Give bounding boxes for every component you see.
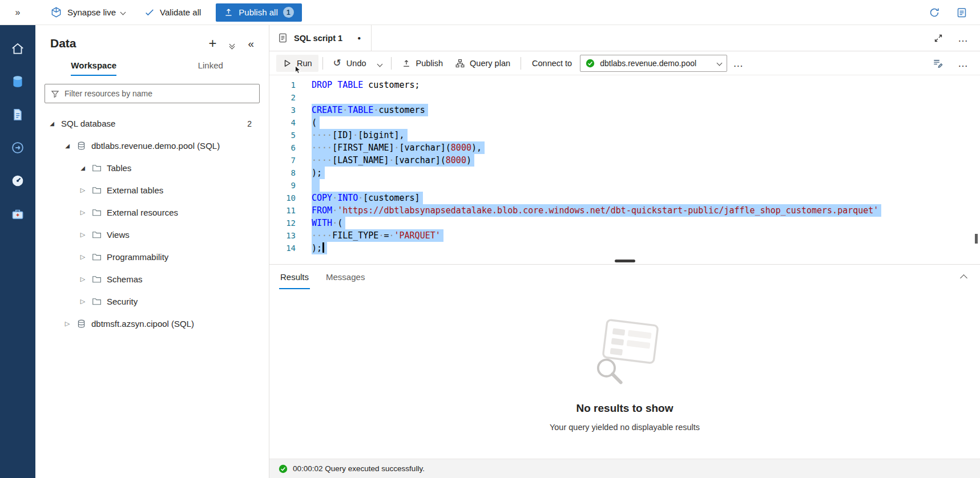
- tree-item[interactable]: ▷Security: [35, 290, 269, 313]
- tree-item[interactable]: ▷dbtmsft.azsyn.cipool (SQL): [35, 313, 269, 335]
- notifications-button[interactable]: [956, 7, 967, 18]
- tree-item[interactable]: ▷Programmability: [35, 246, 269, 268]
- code-line[interactable]: 10COPY·INTO·[customers]: [269, 192, 980, 204]
- expanded-twisty-icon[interactable]: ◢: [47, 120, 57, 127]
- rail-item-manage[interactable]: [0, 197, 35, 230]
- tab-messages[interactable]: Messages: [317, 265, 373, 290]
- publish-count-badge: 1: [283, 7, 294, 18]
- rail-item-home[interactable]: [0, 32, 35, 65]
- expanded-twisty-icon[interactable]: ◢: [78, 165, 88, 171]
- code-line-content: );: [312, 167, 322, 179]
- line-number: 5: [269, 129, 296, 141]
- scrollbar-thumb[interactable]: [975, 234, 978, 244]
- tree-item-count: 2: [247, 119, 252, 128]
- code-token: FROM: [312, 205, 332, 216]
- filter-resources-input[interactable]: [64, 89, 253, 98]
- collapse-panel-button[interactable]: «: [248, 38, 254, 49]
- app-body: Data + « Workspace Linked ◢SQL database2…: [0, 25, 980, 478]
- collapsed-twisty-icon[interactable]: ▷: [78, 253, 88, 261]
- panel-resize-sash[interactable]: [269, 259, 980, 265]
- validate-all-button[interactable]: Validate all: [139, 4, 207, 21]
- code-line[interactable]: 12WITH·(: [269, 217, 980, 229]
- connected-check-icon: [586, 59, 595, 68]
- collapsed-twisty-icon[interactable]: ▷: [78, 298, 88, 305]
- code-line[interactable]: 1DROP TABLE customers;: [269, 79, 980, 91]
- folder-icon: [92, 252, 102, 262]
- database-icon: [76, 319, 86, 329]
- tab-workspace[interactable]: Workspace: [35, 55, 152, 76]
- expand-editor-button[interactable]: [934, 34, 943, 43]
- no-results-illustration: [578, 317, 672, 390]
- tree-item-label: dbtlabs.revenue.demo.pool (SQL): [91, 141, 220, 151]
- tree-item[interactable]: ▷Schemas: [35, 268, 269, 290]
- collapsed-twisty-icon[interactable]: ▷: [78, 187, 88, 194]
- tree-item[interactable]: ◢SQL database2: [35, 112, 269, 135]
- publish-all-button[interactable]: Publish all 1: [216, 3, 301, 22]
- tab-linked[interactable]: Linked: [152, 55, 269, 76]
- pool-selector[interactable]: dbtlabs.revenue.demo.pool: [580, 55, 727, 72]
- publish-button[interactable]: Publish: [396, 55, 450, 72]
- refresh-button[interactable]: [929, 7, 940, 18]
- script-properties-button[interactable]: [932, 58, 943, 68]
- code-token: ····: [312, 143, 332, 153]
- tree-item[interactable]: ◢Tables: [35, 157, 269, 179]
- toolbar-overflow-button[interactable]: …: [733, 58, 744, 68]
- rail-item-monitor[interactable]: [0, 164, 35, 197]
- code-line[interactable]: 6····[FIRST_NAME]·[varchar](8000),: [269, 141, 980, 154]
- code-token: INTO: [337, 193, 358, 203]
- undo-dropdown-button[interactable]: [373, 55, 387, 72]
- rail-item-develop[interactable]: [0, 98, 35, 131]
- resize-handle[interactable]: [615, 260, 635, 262]
- editor-tabstrip: SQL script 1 ● …: [269, 25, 980, 51]
- chevron-down-icon: [120, 10, 126, 15]
- code-line[interactable]: 7····[LAST_NAME]·[varchar](8000): [269, 154, 980, 167]
- rail-item-integrate[interactable]: [0, 131, 35, 164]
- query-plan-icon: [455, 59, 465, 68]
- add-resource-button[interactable]: +: [208, 37, 216, 50]
- run-button[interactable]: Run: [276, 55, 318, 72]
- collapsed-twisty-icon[interactable]: ▷: [62, 320, 72, 327]
- environment-selector[interactable]: Synapse live: [46, 3, 130, 21]
- code-line-content: DROP TABLE customers;: [312, 79, 420, 91]
- collapsed-twisty-icon[interactable]: ▷: [78, 276, 88, 283]
- expand-rail-button[interactable]: »: [0, 7, 35, 18]
- code-line[interactable]: 11FROM·'https://dbtlabsynapsedatalake.bl…: [269, 204, 980, 217]
- code-token: DROP: [312, 80, 332, 90]
- tabstrip-more-button[interactable]: …: [958, 33, 969, 43]
- collapsed-twisty-icon[interactable]: ▷: [78, 209, 88, 216]
- code-line[interactable]: 13····FILE_TYPE·=·'PARQUET': [269, 229, 980, 242]
- tab-results[interactable]: Results: [272, 265, 317, 290]
- code-line[interactable]: 2: [269, 91, 980, 104]
- code-token: (: [337, 218, 342, 228]
- tree-item[interactable]: ▷External tables: [35, 179, 269, 201]
- code-line[interactable]: 8);: [269, 167, 980, 179]
- tree-item[interactable]: ▷External resources: [35, 201, 269, 224]
- code-line[interactable]: 14);: [269, 242, 980, 254]
- sql-editor[interactable]: 1DROP TABLE customers;23CREATE·TABLE·cus…: [269, 75, 980, 259]
- publish-label: Publish: [416, 59, 443, 68]
- data-panel: Data + « Workspace Linked ◢SQL database2…: [35, 25, 269, 478]
- collapse-all-button[interactable]: [230, 39, 234, 48]
- query-plan-button[interactable]: Query plan: [449, 55, 517, 72]
- double-chevron-down-icon: [230, 44, 234, 48]
- tab-sql-script[interactable]: SQL script 1 ●: [269, 25, 372, 51]
- activity-list-icon: [956, 7, 967, 18]
- code-line[interactable]: 4(: [269, 116, 980, 129]
- expanded-twisty-icon[interactable]: ◢: [62, 143, 72, 149]
- toolbar-divider: [391, 57, 392, 70]
- code-line[interactable]: 3CREATE·TABLE·customers: [269, 104, 980, 116]
- toolbar-more-button[interactable]: …: [958, 58, 969, 68]
- rail-item-data[interactable]: [0, 65, 35, 98]
- tree-item[interactable]: ▷Views: [35, 224, 269, 246]
- code-line[interactable]: 5····[ID]·[bigint],: [269, 129, 980, 141]
- code-token: ·: [342, 105, 348, 115]
- code-token: 'https://dbtlabsynapsedatalake.blob.core…: [337, 205, 878, 216]
- collapsed-twisty-icon[interactable]: ▷: [78, 231, 88, 238]
- tree-item[interactable]: ◢dbtlabs.revenue.demo.pool (SQL): [35, 135, 269, 157]
- collapse-results-button[interactable]: [961, 273, 966, 282]
- toolbar-right-actions: …: [932, 58, 980, 68]
- folder-icon: [92, 208, 102, 217]
- folder-icon: [92, 230, 102, 240]
- undo-button[interactable]: ↺ Undo: [327, 54, 373, 72]
- code-line[interactable]: 9: [269, 179, 980, 192]
